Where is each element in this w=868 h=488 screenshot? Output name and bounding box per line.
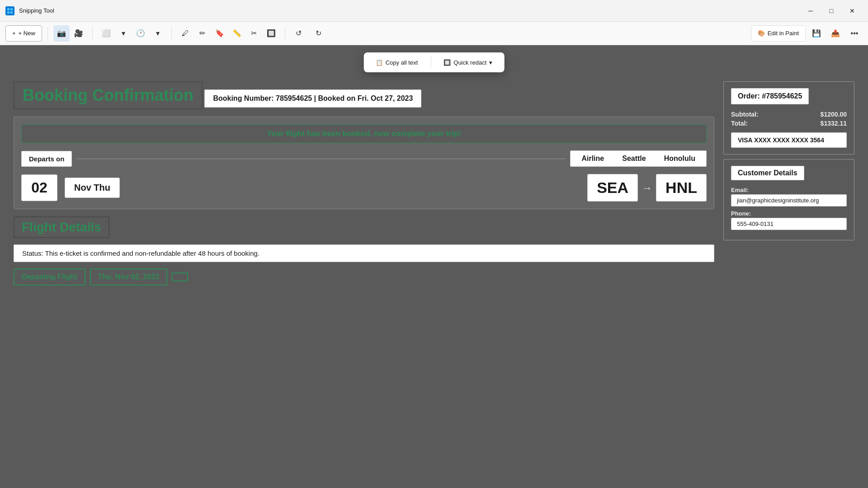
svg-rect-3 bbox=[10, 11, 13, 14]
maximize-button[interactable]: □ bbox=[821, 4, 842, 18]
customer-details-title: Customer Details bbox=[731, 166, 804, 180]
booking-title-box: Booking Confirmation bbox=[14, 81, 203, 109]
departing-date: Thu. Nov 02, 2023 bbox=[98, 273, 159, 281]
copy-text-button[interactable]: 📋 Copy all text bbox=[369, 56, 425, 69]
app-title: Snipping Tool bbox=[19, 7, 54, 14]
booking-title-text: Booking Confirmation bbox=[23, 86, 193, 104]
booking-number-bar: Booking Number: 785954625 | Booked on Fr… bbox=[204, 89, 421, 108]
draw-group: 🖊 ✏ 🔖 📏 ✂ 🔲 bbox=[177, 25, 279, 42]
toolbar: + + New 📷 🎥 ⬜ ▾ 🕐 ▾ 🖊 ✏ 🔖 📏 ✂ 🔲 ↺ ↻ 🎨 Ed… bbox=[0, 22, 868, 45]
departs-label: Departs on bbox=[21, 151, 72, 167]
dest-code-box: HNL bbox=[656, 174, 707, 202]
rectangle-button[interactable]: ⬜ bbox=[98, 25, 114, 42]
total-label: Total: bbox=[731, 120, 748, 127]
flight-route-header: Departs on Airline Seattle Honolulu bbox=[21, 150, 707, 167]
visa-box: VISA XXXX XXXX XXXX 3564 bbox=[731, 132, 847, 148]
save-button[interactable]: 💾 bbox=[808, 25, 825, 42]
total-amount: $1332.11 bbox=[821, 120, 847, 127]
svg-rect-0 bbox=[7, 8, 9, 10]
flight-details-title-text: Flight Details bbox=[22, 220, 101, 234]
minimize-button[interactable]: ─ bbox=[800, 4, 821, 18]
total-row: Total: $1332.11 bbox=[731, 120, 847, 127]
svg-rect-1 bbox=[10, 8, 13, 10]
promo-banner: Your flight has been booked, now complet… bbox=[21, 124, 707, 143]
svg-rect-2 bbox=[7, 11, 9, 14]
booking-number-text: Booking Number: 785954625 | Booked on Fr… bbox=[213, 94, 413, 102]
departing-date-label: Thu. Nov 02, 2023 bbox=[90, 268, 167, 286]
day-text: 02 bbox=[31, 179, 47, 196]
title-bar: Snipping Tool ─ □ ✕ bbox=[0, 0, 868, 22]
new-label: + New bbox=[19, 30, 35, 37]
origin-code: SEA bbox=[597, 179, 628, 196]
phone-value: 555-409-0131 bbox=[731, 218, 847, 230]
flight-details-section: Flight Details Status: This e-ticket is … bbox=[14, 216, 714, 286]
app-icon bbox=[5, 6, 14, 15]
dest-city: Honolulu bbox=[664, 155, 695, 163]
route-divider bbox=[76, 159, 566, 159]
shape-group: ⬜ ▾ 🕐 ▾ bbox=[98, 25, 166, 42]
status-text: Status: This e-ticket is confirmed and n… bbox=[22, 249, 259, 257]
origin-city: Seattle bbox=[622, 155, 646, 163]
airline-bar: Airline Seattle Honolulu bbox=[570, 150, 707, 167]
video-button[interactable]: 🎥 bbox=[71, 25, 87, 42]
divider-1 bbox=[47, 27, 48, 40]
arrow-button[interactable]: ▾ bbox=[115, 25, 132, 42]
timer-button[interactable]: 🕐 bbox=[132, 25, 149, 42]
departing-flight-label: Departing Flight bbox=[14, 268, 85, 286]
redo-button[interactable]: ↻ bbox=[311, 25, 327, 42]
status-bar: Status: This e-ticket is confirmed and n… bbox=[14, 244, 714, 262]
highlighter-button[interactable]: ✏ bbox=[194, 25, 211, 42]
divider-4 bbox=[285, 27, 285, 40]
main-content: 📋 Copy all text 🔲 Quick redact ▾ Booking… bbox=[0, 45, 868, 488]
flight-details-title-box: Flight Details bbox=[14, 216, 109, 238]
float-divider bbox=[430, 56, 431, 69]
paint-icon: 🎨 bbox=[758, 30, 765, 37]
phone-field: Phone: 555-409-0131 bbox=[731, 210, 847, 230]
pen-button[interactable]: 🖊 bbox=[177, 25, 193, 42]
customer-details-box: Customer Details Email: jian@graphicdesi… bbox=[723, 159, 854, 240]
subtotal-amount: $1200.00 bbox=[821, 111, 847, 118]
email-field: Email: jian@graphicdesigninstitute.org bbox=[731, 187, 847, 206]
subtotal-row: Subtotal: $1200.00 bbox=[731, 111, 847, 118]
doc-left: Booking Confirmation Booking Number: 785… bbox=[14, 81, 714, 286]
departing-row: Departing Flight Thu. Nov 02, 2023 bbox=[14, 268, 714, 286]
dest-code: HNL bbox=[665, 179, 697, 196]
email-value: jian@graphicdesigninstitute.org bbox=[731, 194, 847, 206]
copy-text-label: Copy all text bbox=[386, 59, 418, 66]
departing-extra bbox=[172, 272, 188, 282]
departs-text: Departs on bbox=[29, 155, 64, 163]
promo-text: Your flight has been booked, now complet… bbox=[267, 129, 461, 138]
screenshot-button[interactable]: 📷 bbox=[53, 25, 70, 42]
airline-label: Airline bbox=[581, 155, 604, 163]
edit-paint-button[interactable]: 🎨 Edit in Paint bbox=[751, 25, 806, 42]
month-text: Nov Thu bbox=[74, 183, 110, 192]
sidebar: Order: #785954625 Subtotal: $1200.00 Tot… bbox=[723, 81, 854, 286]
edit-paint-label: Edit in Paint bbox=[768, 30, 799, 37]
undo-button[interactable]: ↺ bbox=[291, 25, 307, 42]
divider-2 bbox=[92, 27, 93, 40]
route-box: SEA → HNL bbox=[587, 174, 707, 202]
visa-text: VISA XXXX XXXX XXXX 3564 bbox=[738, 136, 824, 144]
new-button[interactable]: + + New bbox=[5, 25, 42, 42]
share-button[interactable]: 📤 bbox=[827, 25, 844, 42]
document: Booking Confirmation Booking Number: 785… bbox=[14, 54, 854, 286]
crop-button[interactable]: ✂ bbox=[246, 25, 262, 42]
floating-toolbar: 📋 Copy all text 🔲 Quick redact ▾ bbox=[364, 52, 505, 72]
month-box: Nov Thu bbox=[65, 178, 120, 198]
eraser-button[interactable]: 🔖 bbox=[212, 25, 228, 42]
subtotal-label: Subtotal: bbox=[731, 111, 759, 118]
redact-icon: 🔲 bbox=[443, 59, 451, 66]
route-arrow-icon: → bbox=[642, 182, 652, 194]
copy-icon: 📋 bbox=[376, 59, 383, 66]
quick-redact-button[interactable]: 🔲 Quick redact ▾ bbox=[437, 56, 499, 69]
close-button[interactable]: ✕ bbox=[842, 4, 863, 18]
order-box: Order: #785954625 Subtotal: $1200.00 Tot… bbox=[723, 81, 854, 155]
timer-dropdown[interactable]: ▾ bbox=[150, 25, 166, 42]
redact-chevron-icon: ▾ bbox=[489, 59, 492, 66]
more-button[interactable]: ••• bbox=[846, 25, 863, 42]
toolbar-right: 🎨 Edit in Paint 💾 📤 ••• bbox=[751, 25, 863, 42]
redact-button[interactable]: 🔲 bbox=[263, 25, 279, 42]
quick-redact-label: Quick redact bbox=[453, 59, 486, 66]
ruler-button[interactable]: 📏 bbox=[229, 25, 245, 42]
plus-icon: + bbox=[12, 30, 16, 37]
